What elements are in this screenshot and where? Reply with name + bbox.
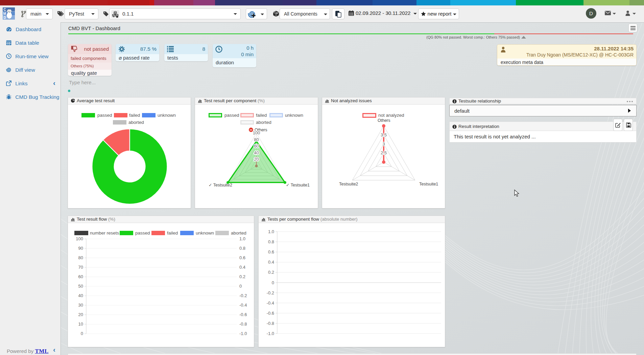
svg-text:0.4: 0.4 xyxy=(268,260,274,265)
svg-text:-0.4: -0.4 xyxy=(267,301,274,306)
svg-text:3.5: 3.5 xyxy=(381,132,387,137)
svg-text:0.8: 0.8 xyxy=(239,246,245,251)
svg-text:-0.2: -0.2 xyxy=(239,293,247,298)
svg-text:0.2: 0.2 xyxy=(239,274,245,279)
svg-text:0.4: 0.4 xyxy=(239,265,245,270)
svg-text:80: 80 xyxy=(78,255,83,260)
svg-text:0.6: 0.6 xyxy=(239,255,245,260)
svg-text:-0.2: -0.2 xyxy=(267,290,274,295)
svg-text:-1.0: -1.0 xyxy=(267,331,274,336)
svg-text:0.2: 0.2 xyxy=(268,270,274,275)
svg-text:100: 100 xyxy=(76,236,83,241)
svg-text:10: 10 xyxy=(78,321,83,327)
svg-text:40: 40 xyxy=(78,293,83,298)
svg-text:100: 100 xyxy=(253,130,260,135)
svg-text:60: 60 xyxy=(78,274,83,279)
svg-text:60: 60 xyxy=(254,143,259,149)
svg-text:20: 20 xyxy=(254,157,259,162)
svg-text:1.0: 1.0 xyxy=(239,236,245,241)
svg-text:0: 0 xyxy=(239,284,242,289)
svg-text:-0.8: -0.8 xyxy=(239,321,247,327)
svg-text:-0.4: -0.4 xyxy=(239,303,247,308)
svg-text:40: 40 xyxy=(254,150,259,155)
svg-text:-0.8: -0.8 xyxy=(267,321,274,326)
svg-text:3: 3 xyxy=(382,141,385,147)
svg-text:50: 50 xyxy=(78,284,83,289)
svg-text:30: 30 xyxy=(78,303,83,308)
svg-text:1.0: 1.0 xyxy=(268,229,274,234)
svg-text:2.5: 2.5 xyxy=(381,150,387,155)
svg-text:-0.6: -0.6 xyxy=(239,312,247,317)
svg-text:0: 0 xyxy=(81,331,83,336)
svg-text:-1.0: -1.0 xyxy=(239,331,247,336)
svg-text:-0.6: -0.6 xyxy=(267,311,274,316)
svg-text:20: 20 xyxy=(78,312,83,317)
svg-text:70: 70 xyxy=(78,265,83,270)
svg-text:0.6: 0.6 xyxy=(268,249,274,254)
svg-text:0.8: 0.8 xyxy=(268,239,274,244)
svg-text:80: 80 xyxy=(254,137,259,142)
svg-text:0: 0 xyxy=(272,280,274,285)
svg-text:90: 90 xyxy=(78,246,83,251)
